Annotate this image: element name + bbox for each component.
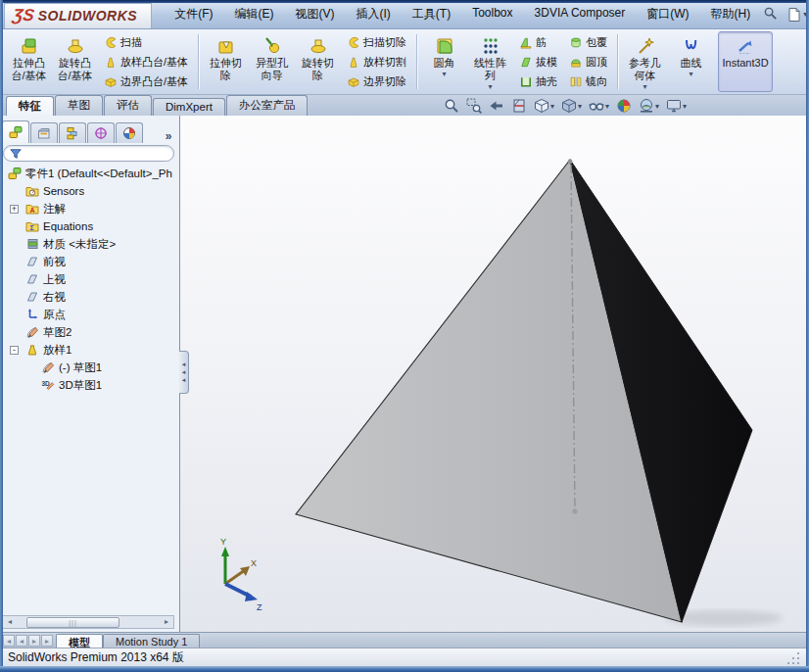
curves-button[interactable]: 曲线 ▾ [668, 31, 714, 92]
hole-wizard-button[interactable]: 异型孔向导 [249, 31, 295, 92]
tree-item-origin[interactable]: 原点 [0, 306, 179, 323]
display-style-icon[interactable]: ▾ [560, 97, 583, 115]
solidworks-logo: ƷS SOLIDWORKS [4, 3, 152, 28]
boundary-boss-button[interactable]: 边界凸台/基体 [100, 72, 192, 91]
pyramid-light-face[interactable] [296, 160, 682, 622]
zoom-to-fit-icon[interactable] [443, 97, 460, 115]
tab-motion-study-1[interactable]: Motion Study 1 [103, 634, 200, 648]
extruded-boss-button[interactable]: 拉伸凸台/基体 [6, 31, 52, 92]
tab-model[interactable]: 模型 [56, 634, 103, 648]
section-view-icon[interactable] [510, 97, 528, 115]
sweep-icon [104, 35, 118, 49]
scroll-right-icon[interactable]: ▸ [160, 616, 173, 628]
next-tab-icon[interactable]: ▸ [28, 635, 40, 647]
view-orientation-icon[interactable]: ▾ [533, 97, 555, 115]
display-manager-tab[interactable] [116, 122, 143, 143]
wrap-button[interactable]: 包覆 [565, 33, 611, 52]
feature-tree-tab[interactable] [2, 120, 29, 143]
revolved-boss-icon [66, 35, 85, 57]
panel-horizontal-scrollbar[interactable]: ◂ ||| ▸ [2, 615, 174, 629]
apply-scene-icon[interactable]: ▾ [638, 97, 660, 115]
extruded-cut-button[interactable]: 拉伸切除 [203, 31, 249, 92]
menu-help[interactable]: 帮助(H) [700, 2, 762, 26]
tree-item-annotations[interactable]: + 注解 [0, 200, 179, 217]
resize-grip[interactable] [787, 650, 801, 664]
sketch-icon [25, 325, 39, 339]
swept-cut-button[interactable]: 扫描切除 [343, 33, 410, 52]
rib-button[interactable]: 筋 [515, 33, 561, 52]
tab-office-products[interactable]: 办公室产品 [226, 95, 309, 116]
first-tab-icon[interactable]: ◂ [3, 635, 15, 647]
material-icon [25, 237, 39, 251]
dimxpert-manager-tab[interactable] [87, 122, 115, 143]
reference-geometry-button[interactable]: 参考几何体 ▾ [622, 31, 668, 92]
tab-sketch[interactable]: 草图 [55, 95, 103, 116]
menu-tools[interactable]: 工具(T) [402, 2, 461, 26]
last-tab-icon[interactable]: ▸ [41, 635, 53, 647]
mirror-button[interactable]: 镜向 [565, 72, 611, 91]
menu-toolbox[interactable]: Toolbox [461, 2, 523, 26]
tree-filter-input[interactable] [25, 148, 167, 160]
pyramid-model[interactable]: Y X Z [180, 116, 809, 632]
tree-item-sketch1[interactable]: (-) 草图1 [0, 359, 179, 376]
collapse-icon[interactable]: - [10, 346, 19, 355]
sketch3d-icon [41, 378, 55, 392]
revolved-cut-button[interactable]: 旋转切除 [295, 31, 341, 92]
loft-icon [25, 343, 39, 357]
previous-tab-icon[interactable]: ◂ [16, 635, 27, 647]
draft-button[interactable]: 拔模 [515, 53, 561, 72]
tree-item-material[interactable]: 材质 <未指定> [0, 235, 179, 253]
hide-show-items-icon[interactable]: ▾ [588, 97, 610, 115]
scrollbar-thumb[interactable]: ||| [26, 617, 119, 628]
tab-evaluate[interactable]: 评估 [104, 95, 152, 116]
dome-button[interactable]: 圆顶 [565, 53, 611, 72]
view-settings-icon[interactable]: ▾ [665, 97, 688, 115]
tree-item-top-plane[interactable]: 上视 [0, 270, 179, 288]
panel-splitter-handle[interactable]: ◂◂◂ [179, 351, 189, 394]
tree-item-equations[interactable]: Equations [0, 217, 179, 235]
instant3d-button[interactable]: Instant3D [718, 31, 773, 92]
tree-item-loft1[interactable]: - 放样1 [0, 341, 179, 359]
extruded-boss-icon [20, 35, 39, 57]
linear-pattern-button[interactable]: 线性阵列 ▾ [467, 31, 513, 92]
tree-item-sketch2[interactable]: 草图2 [0, 323, 179, 341]
configuration-manager-tab[interactable] [59, 122, 86, 143]
shell-button[interactable]: 抽壳 [515, 72, 561, 91]
sweep-button[interactable]: 扫描 [100, 33, 192, 52]
boundary-cut-icon [347, 74, 360, 88]
search-icon[interactable] [763, 6, 778, 24]
new-document-button[interactable]: ▾ [785, 5, 808, 24]
menu-view[interactable]: 视图(V) [285, 2, 346, 26]
fillet-button[interactable]: 圆角 ▾ [421, 31, 467, 92]
tab-dimxpert[interactable]: DimXpert [153, 98, 225, 116]
boundary-cut-button[interactable]: 边界切除 [343, 72, 410, 91]
previous-view-icon[interactable] [488, 97, 505, 115]
tree-item-right-plane[interactable]: 右视 [0, 288, 179, 306]
tree-item-3dsketch1[interactable]: 3D草图1 [0, 376, 179, 394]
menu-file[interactable]: 文件(F) [164, 2, 223, 26]
lofted-cut-button[interactable]: 放样切割 [343, 53, 410, 72]
boundary-boss-icon [104, 74, 118, 88]
edit-appearance-icon[interactable] [615, 97, 633, 115]
linear-pattern-icon [481, 35, 500, 57]
graphics-viewport[interactable]: Y X Z [180, 116, 809, 632]
origin-icon [25, 308, 39, 321]
revolved-boss-button[interactable]: 旋转凸台/基体 [52, 31, 98, 92]
scroll-left-icon[interactable]: ◂ [3, 616, 17, 628]
tab-features[interactable]: 特征 [6, 96, 54, 117]
property-manager-tab[interactable] [30, 122, 58, 143]
heads-up-view-toolbar: ▾ ▾ ▾ ▾ ▾ [443, 96, 688, 116]
menu-3dvia-composer[interactable]: 3DVIA Composer [524, 2, 637, 26]
menu-window[interactable]: 窗口(W) [636, 2, 699, 26]
panel-overflow-icon[interactable]: » [160, 129, 177, 143]
lofted-boss-button[interactable]: 放样凸台/基体 [100, 53, 192, 72]
menu-insert[interactable]: 插入(I) [346, 2, 402, 26]
triad-y-label: Y [220, 537, 226, 547]
expand-icon[interactable]: + [10, 205, 19, 214]
tree-root-part[interactable]: 零件1 (Default<<Default>_Ph [0, 165, 179, 182]
part-icon [8, 167, 22, 180]
tree-item-front-plane[interactable]: 前视 [0, 253, 179, 270]
tree-item-sensors[interactable]: Sensors [0, 182, 179, 200]
zoom-to-area-icon[interactable] [465, 97, 483, 115]
menu-edit[interactable]: 编辑(E) [224, 2, 285, 26]
